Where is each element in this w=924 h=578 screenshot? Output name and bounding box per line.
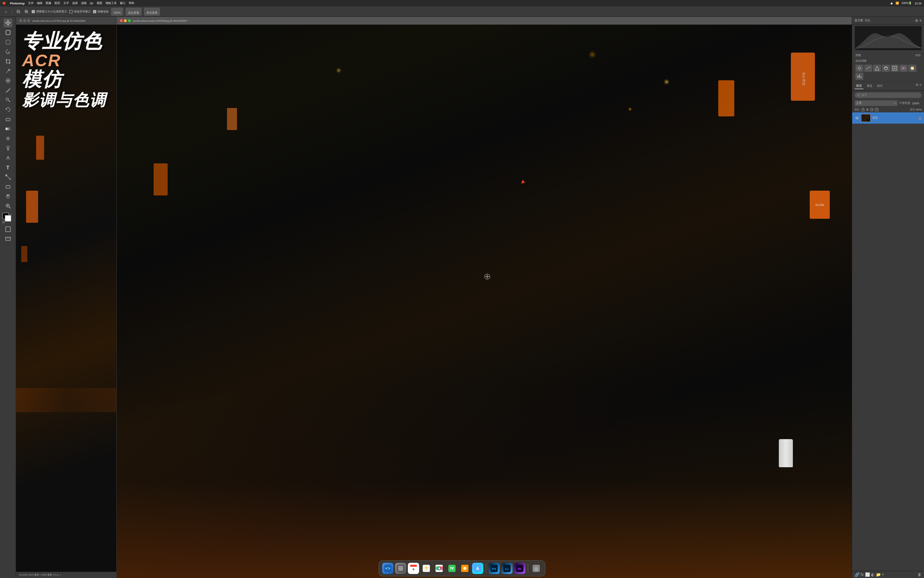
svg-point-24 [6,137,10,140]
canvas-left[interactable]: 专业仿色 ACR 模仿 影调与色调 33.33% 3264 像素 x 4896 … [16,25,116,289]
home-button[interactable]: ⌂ [3,9,9,14]
svg-point-28 [5,175,6,176]
window-controls-right [120,19,131,22]
window-minimize-left[interactable] [23,19,26,22]
svg-line-1 [20,12,20,13]
fit-screen-button[interactable]: 适合屏幕 [126,8,142,16]
smooth-zoom-checkbox[interactable] [93,10,96,13]
zoom-value-field[interactable]: 100% [111,8,123,16]
resize-label: 调整窗口大小以满屏显示 [36,10,67,14]
menubar-photoshop[interactable]: Photoshop [10,2,25,5]
window-controls-left [19,19,30,22]
tools-panel: T ↔ ⊡ [0,17,16,289]
sign-left-2 [227,108,237,130]
doc-tab-right[interactable]: pexels-ethan-brooke-2246789.jpg @ 49%(RG… [117,17,462,25]
window-maximize-right[interactable] [128,19,131,22]
menubar-select[interactable]: 选择 [72,1,78,5]
canvas-text-acr: ACR [22,52,61,69]
svg-rect-7 [6,31,10,35]
sign-left-1 [154,163,168,195]
canvas-container: pexels-henry-&-co-1474157.jpg @ 33.3%(RG… [16,17,462,289]
menubar-window[interactable]: 窗口 [120,1,126,5]
shape-tool[interactable] [4,182,12,191]
toolbar: ⌂ 调整窗口大小以满屏显示 缩放所有窗口 细微缩放 100% 适合屏幕 填充屏幕 [0,6,462,17]
smooth-zoom-checkbox-group: 细微缩放 [93,10,109,14]
pen-tool[interactable] [4,153,12,162]
background-color[interactable] [5,215,11,222]
svg-rect-30 [6,185,10,188]
menubar-help[interactable]: 帮助 [129,1,134,5]
menubar-view[interactable]: 视图 [97,1,102,5]
window-close-left[interactable] [19,19,22,22]
menubar-image[interactable]: 图像 [46,1,51,5]
svg-rect-16 [6,40,10,44]
menubar-3d[interactable]: 3D [90,2,93,5]
svg-rect-22 [6,118,10,121]
doc-title-right: pexels-ethan-brooke-2246789.jpg @ 49%(RG… [133,20,188,22]
clone-tool[interactable] [4,96,12,104]
edit-standard-mode[interactable] [4,225,12,234]
svg-point-29 [9,179,10,180]
document-right: pexels-ethan-brooke-2246789.jpg @ 49%(RG… [116,17,462,289]
menubar-text[interactable]: 文字 [63,1,69,5]
lasso-tool[interactable] [4,47,12,56]
menubar-edit[interactable]: 编辑 [37,1,43,5]
hand-tool[interactable] [4,192,12,201]
svg-line-4 [28,12,28,13]
healing-tool[interactable] [4,76,12,85]
menubar-filter[interactable]: 滤镜 [81,1,87,5]
history-brush[interactable] [4,105,12,114]
zoom-out-button[interactable] [16,9,21,14]
gradient-tool[interactable] [4,124,12,133]
canvas-text-overlay: 专业仿色 ACR 模仿 影调与色调 [16,25,116,289]
canvas-text-line4: 影调与色调 [22,90,106,110]
menubar: 🍎 Photoshop 文件 编辑 图像 图层 文字 选择 滤镜 3D 视图 增… [0,0,462,6]
screen-mode-button[interactable] [4,234,12,243]
svg-rect-36 [6,237,10,240]
menubar-file[interactable]: 文件 [28,1,34,5]
toolbar-separator-1 [12,9,12,14]
text-tool[interactable]: T [4,163,12,172]
menubar-layer[interactable]: 图层 [55,1,60,5]
doc-title-left: pexels-henry-&-co-1474157.jpg @ 33.3%(RG… [32,20,85,22]
window-close-right[interactable] [120,19,123,22]
svg-rect-35 [6,227,10,232]
smooth-zoom-label: 细微缩放 [97,10,109,14]
doc-tab-left[interactable]: pexels-henry-&-co-1474157.jpg @ 33.3%(RG… [16,17,116,25]
zoom-value: 100% [113,11,121,14]
path-tool[interactable] [4,173,12,181]
default-colors-icon[interactable]: ⊡ [2,221,5,224]
zoom-all-checkbox-group: 缩放所有窗口 [69,10,91,14]
canvas-right[interactable]: 보드게임 GLOW [117,25,462,289]
canvas-bg-right [117,25,462,289]
resize-checkbox[interactable] [32,10,35,13]
eraser-tool[interactable] [4,115,12,124]
window-maximize-left[interactable] [27,19,30,22]
crop-tool[interactable] [4,57,12,66]
fill-screen-button[interactable]: 填充屏幕 [144,8,160,16]
main-area: pexels-henry-&-co-1474157.jpg @ 33.3%(RG… [16,17,462,289]
eyedropper-tool[interactable] [4,67,12,75]
canvas-text-line1: 专业仿色 [22,31,102,52]
zoom-all-label: 缩放所有窗口 [74,10,91,14]
marquee-tool[interactable] [4,38,12,47]
fit-screen-label: 适合屏幕 [128,11,139,14]
fill-screen-label: 填充屏幕 [146,11,158,14]
blur-tool[interactable] [4,134,12,143]
document-left: pexels-henry-&-co-1474157.jpg @ 33.3%(RG… [16,17,116,289]
dodge-tool[interactable] [4,144,12,153]
color-swatches[interactable]: ↔ ⊡ [2,213,14,224]
zoom-in-button[interactable] [24,9,29,14]
window-minimize-right[interactable] [124,19,127,22]
artboard-tool[interactable] [4,28,12,37]
svg-point-21 [6,98,8,100]
apple-menu[interactable]: 🍎 [2,2,6,5]
menubar-plugins[interactable]: 增效工具 [105,1,117,5]
brush-tool[interactable] [4,86,12,95]
zoom-tool[interactable] [4,201,12,210]
canvas-text-line3: 模仿 [22,69,62,90]
move-tool[interactable] [4,18,12,27]
zoom-all-checkbox[interactable] [69,10,73,13]
swap-colors-icon[interactable]: ↔ [10,213,12,216]
svg-point-26 [7,146,9,149]
